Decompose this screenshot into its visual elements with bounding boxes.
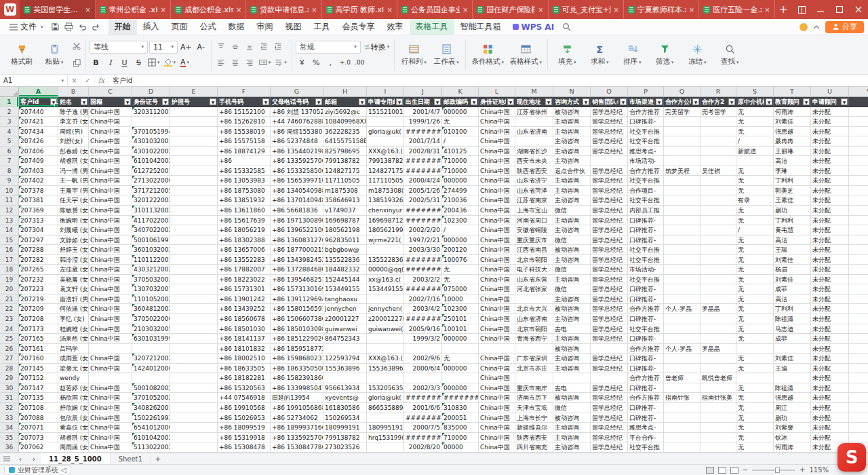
cell[interactable]: +86 1391129694 <box>271 294 323 305</box>
cell[interactable]: 799138782 <box>323 156 367 166</box>
header-cell[interactable]: 申请专用邮▼ <box>367 97 404 107</box>
cell[interactable]: 100101 <box>442 324 479 335</box>
minimize-icon[interactable] <box>811 0 830 19</box>
cell[interactable]: 未分配 <box>811 433 849 443</box>
tab-close-icon[interactable]: × <box>614 6 619 14</box>
zoom-slider-thumb[interactable] <box>775 468 780 473</box>
cell[interactable]: 马志迪 <box>774 324 811 335</box>
cell[interactable]: +86 18101832 <box>218 344 271 354</box>
row-number[interactable]: 14 <box>0 225 19 235</box>
cell[interactable]: 彭春婧 (女 <box>58 147 89 157</box>
cell[interactable] <box>89 344 132 354</box>
cell[interactable]: +86 1360831276 <box>271 235 323 246</box>
cell[interactable]: 511302200208200024 <box>132 442 170 453</box>
cell[interactable]: 无 <box>736 255 774 265</box>
menu-tab[interactable]: 会员专享 <box>336 19 381 35</box>
cell[interactable]: 安徽省铜陵 <box>515 225 553 235</box>
cell[interactable]: 411702200312270822 <box>132 216 170 226</box>
cell[interactable]: 825798695 <box>323 147 367 157</box>
cell[interactable]: 未分配 <box>811 383 849 394</box>
cell[interactable]: +86 1580156591 <box>271 304 323 314</box>
cell[interactable]: 蒯玏 <box>774 206 811 216</box>
row-number[interactable]: 25 <box>0 334 19 344</box>
decrease-indent-icon[interactable] <box>258 41 271 54</box>
cell[interactable]: 010100 <box>442 127 479 137</box>
cell[interactable]: 2001/6/6 <box>404 403 442 413</box>
cell[interactable]: ######## <box>404 166 442 176</box>
cell[interactable] <box>170 294 218 305</box>
cell[interactable]: 630103199903020823 <box>132 334 170 344</box>
cell[interactable] <box>849 304 868 314</box>
cell[interactable]: 207265 <box>19 265 58 275</box>
cell[interactable]: 274499 <box>442 186 479 196</box>
align-right-icon[interactable] <box>243 56 256 69</box>
cell[interactable]: 市场活动- <box>628 156 664 166</box>
cell[interactable]: China中国 <box>479 413 515 423</box>
cell[interactable] <box>170 235 218 246</box>
menu-tab[interactable]: 数据 <box>222 19 251 35</box>
cell[interactable]: 主动咨询 <box>553 136 591 147</box>
cell[interactable]: 207062 <box>19 442 58 453</box>
cell[interactable]: 207313 <box>19 216 58 226</box>
cell[interactable]: 2002/5/31 <box>404 195 442 206</box>
cell[interactable]: 合作方推荐 <box>628 373 664 383</box>
cell[interactable]: +86 18182281 <box>218 373 271 383</box>
cell[interactable]: 留学总经纪 <box>591 433 628 443</box>
fill-color-button[interactable]: ▾ <box>163 56 178 69</box>
cell[interactable] <box>515 294 553 305</box>
row-number[interactable]: 35 <box>0 433 19 443</box>
cell[interactable]: China中国 <box>479 156 515 166</box>
tab-close-icon[interactable]: × <box>85 6 90 14</box>
cell[interactable]: 强思越 <box>774 393 811 403</box>
cell[interactable]: +86 1396522100 <box>271 225 323 235</box>
cell[interactable]: 留学总经纪 <box>591 423 628 433</box>
cell[interactable] <box>170 413 218 423</box>
cell[interactable]: 未分配 <box>811 147 849 157</box>
cell[interactable]: 陈子逸 (男 <box>58 107 89 117</box>
redo-icon[interactable] <box>90 21 103 33</box>
header-cell[interactable]: 咨询方式▼ <box>553 97 591 107</box>
cell[interactable]: 留学总经纪 <box>591 206 628 216</box>
row-number[interactable]: 27 <box>0 354 19 364</box>
cell[interactable]: 留学总经纪 <box>591 147 628 157</box>
cell[interactable]: 社交平台推 <box>628 195 664 206</box>
cell[interactable] <box>515 117 553 127</box>
cell[interactable]: 主动咨询 <box>553 176 591 186</box>
filter-dropdown-button[interactable]: ▼ <box>210 98 216 105</box>
cell[interactable]: 口碑推荐- <box>628 364 664 374</box>
cell[interactable] <box>479 344 515 354</box>
document-tab[interactable]: 常州公积金 .xlsx× <box>96 0 171 19</box>
cell[interactable]: +86 18302388 <box>218 235 271 246</box>
cell[interactable] <box>701 403 736 413</box>
cell[interactable]: 主动咨询 <box>553 354 591 364</box>
header-cell[interactable] <box>849 97 868 107</box>
cell[interactable]: 207165 <box>19 334 58 344</box>
cell[interactable]: China中国 <box>479 383 515 394</box>
cell[interactable]: China中国 <box>479 433 515 443</box>
save-icon[interactable] <box>49 21 62 33</box>
fill-button[interactable]: 填充▾ <box>551 42 583 68</box>
strikethrough-button[interactable]: S <box>132 56 145 69</box>
cell[interactable]: +86 19910568 <box>218 403 271 413</box>
cell[interactable]: / <box>442 225 479 235</box>
cell[interactable]: 刘素佳 <box>774 275 811 285</box>
cell[interactable]: China中国 <box>479 275 515 285</box>
cell[interactable]: 未分配 <box>811 117 849 127</box>
cell[interactable]: 未分配 <box>811 393 849 403</box>
cell[interactable]: 未分配 <box>811 284 849 294</box>
cell[interactable] <box>701 117 736 127</box>
cell[interactable] <box>701 127 736 137</box>
cell[interactable]: +86 13901242 <box>218 294 271 305</box>
worksheet-button[interactable]: 工作表▾ <box>431 42 462 68</box>
menu-tab[interactable]: 视图 <box>279 19 308 35</box>
cell[interactable]: 866535889( <box>367 403 404 413</box>
cell[interactable] <box>664 284 701 294</box>
cell[interactable]: 2000/7/5 <box>404 423 442 433</box>
cell[interactable]: 社交平台推 <box>628 324 664 335</box>
cell[interactable]: +86 1335925706 <box>271 156 323 166</box>
cell[interactable]: +86 15617639 <box>218 216 271 226</box>
cell[interactable] <box>664 136 701 147</box>
cell[interactable]: ziyi5692@c <box>323 107 367 117</box>
cell[interactable] <box>170 147 218 157</box>
cell[interactable] <box>736 344 774 354</box>
